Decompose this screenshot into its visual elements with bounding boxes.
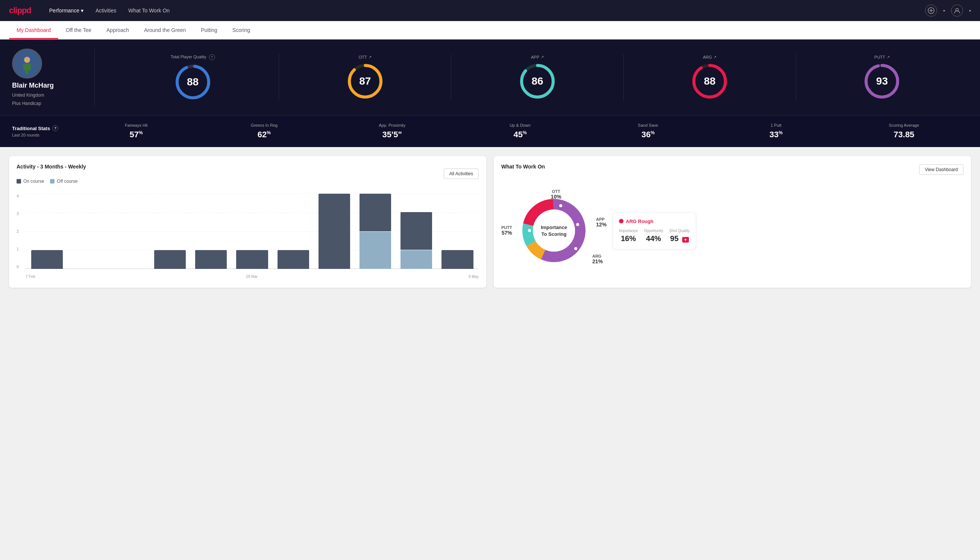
on-course-dot [17,179,21,183]
player-info: Blair McHarg United Kingdom Plus Handica… [12,48,95,106]
tab-my-dashboard[interactable]: My Dashboard [9,21,58,39]
bar-column [27,194,67,269]
ott-label: OTT ↗ [359,55,371,59]
total-score-value: 88 [187,76,198,88]
donut-svg: Importance To Scoring [520,197,588,264]
donut-section: PUTT 57% OTT 10% APP 12% ARG [501,182,963,280]
bar-column [68,194,108,269]
tab-scoring[interactable]: Scoring [225,21,258,39]
bar-column [109,194,148,269]
donut-container: PUTT 57% OTT 10% APP 12% ARG [501,182,607,280]
shot-quality-badge: ▼ [682,237,689,243]
bar-column [273,194,313,269]
bar-column [397,194,436,269]
svg-point-3 [24,57,30,63]
score-putt: PUTT ↗ 93 [796,54,968,101]
chart-header: Activity - 3 Months - Weekly On course O… [17,163,479,184]
scores-section: Total Player Quality ? 88 OTT ↗ [95,54,968,101]
off-course-bar [401,250,432,269]
on-course-bar [31,250,63,269]
arg-info-title: ARG Rough [619,218,690,224]
svg-text:Importance: Importance [541,225,567,230]
player-country: United Kingdom [12,93,44,98]
arg-donut-label: ARG 21% [592,254,603,264]
svg-point-29 [574,247,577,250]
activity-card: Activity - 3 Months - Weekly On course O… [9,156,486,288]
view-dashboard-button[interactable]: View Dashboard [919,164,963,175]
ring-putt: 93 [863,62,901,100]
legend-on-course: On course [17,178,44,184]
ring-arg: 88 [691,62,729,100]
on-course-bar [278,250,309,269]
ott-score-value: 87 [359,75,371,87]
score-ott: OTT ↗ 87 [279,54,451,101]
all-activities-button[interactable]: All Activities [444,168,479,179]
svg-point-26 [528,229,531,232]
on-course-bar [441,250,473,269]
app-label: APP ↗ [531,55,544,59]
stat-scoring-average: Scoring Average 73.85 [840,123,968,140]
header-panel: Blair McHarg United Kingdom Plus Handica… [0,40,980,115]
tab-around-the-green[interactable]: Around the Green [136,21,193,39]
nav-performance[interactable]: Performance ▾ [49,8,83,13]
on-course-bar [236,250,268,269]
app-donut-label: APP 12% [596,217,607,228]
metric-importance: Importance 16% [619,229,638,243]
on-course-bar [195,250,227,269]
bar-column [191,194,231,269]
logo[interactable]: clippd [9,6,31,15]
bars-and-grid [26,194,479,269]
svg-text:To Scoring: To Scoring [542,231,567,237]
ring-app: 86 [519,62,556,100]
donut-with-labels: PUTT 57% OTT 10% APP 12% ARG [501,182,607,280]
tab-off-the-tee[interactable]: Off the Tee [58,21,99,39]
stat-app-proximity: App. Proximity 35'5" [328,123,456,140]
tab-approach[interactable]: Approach [99,21,136,39]
bars-container [26,194,479,269]
svg-point-23 [533,210,575,252]
stat-fairways-hit: Fairways Hit 57% [72,123,200,140]
activity-title: Activity - 3 Months - Weekly [17,163,86,170]
player-name: Blair McHarg [12,82,54,90]
metric-opportunity: Opportunity 44% [644,229,663,243]
tab-putting[interactable]: Putting [193,21,225,39]
top-navigation: clippd Performance ▾ Activities What To … [0,0,980,21]
total-quality-label: Total Player Quality ? [171,54,215,60]
traditional-stats-info: Traditional Stats ? Last 20 rounds [12,125,72,137]
stats-bar: Traditional Stats ? Last 20 rounds Fairw… [0,115,980,147]
legend-off-course: Off course [50,178,77,184]
info-metrics: Importance 16% Opportunity 44% Shot Qual… [619,229,690,243]
stat-sand-save: Sand Save 36% [584,123,712,140]
traditional-stats-title: Traditional Stats ? [12,125,63,131]
bar-column [150,194,190,269]
bar-column [314,194,354,269]
bar-column [438,194,477,269]
score-arg: ARG ↗ 88 [624,54,796,101]
bar-column [356,194,395,269]
user-button[interactable] [951,5,963,17]
arg-color-dot [619,219,624,223]
what-card-header: What To Work On View Dashboard [501,163,963,176]
on-course-bar [154,250,186,269]
svg-point-27 [559,204,562,207]
tabs-bar: My Dashboard Off the Tee Approach Around… [0,21,980,40]
nav-activities[interactable]: Activities [95,8,116,13]
putt-donut-label: PUTT 57% [501,225,512,236]
on-course-bar [359,194,391,231]
app-score-value: 86 [531,75,543,87]
bar-chart-container: 4 3 2 1 0 7 Feb [17,190,479,280]
score-total: Total Player Quality ? 88 [107,54,279,101]
add-button[interactable] [925,5,937,17]
player-handicap: Plus Handicap [12,101,41,106]
stat-1-putt: 1 Putt 33% [712,123,840,140]
what-to-work-on-title: What To Work On [501,163,545,170]
score-app: APP ↗ 86 [451,54,624,101]
nav-what-to-work-on[interactable]: What To Work On [128,8,170,13]
svg-point-28 [576,223,579,226]
stat-greens-in-reg: Greens In Reg 62% [200,123,328,140]
traditional-stats-subtitle: Last 20 rounds [12,133,63,137]
chart-legend: On course Off course [17,178,86,184]
svg-rect-6 [27,70,28,74]
svg-rect-4 [23,63,31,70]
arg-score-value: 88 [704,75,715,87]
